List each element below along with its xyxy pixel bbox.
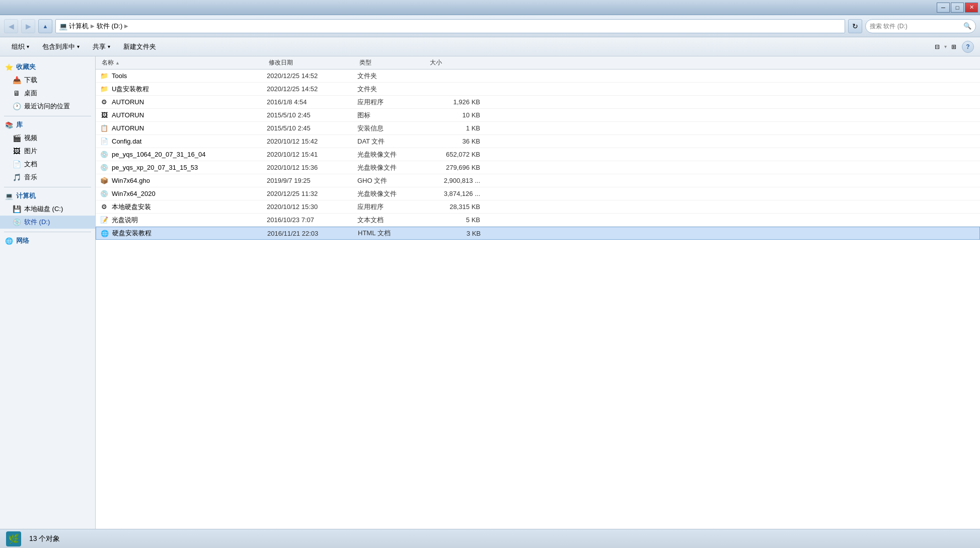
sidebar-item-d-drive[interactable]: 💿 软件 (D:) xyxy=(0,216,95,229)
sidebar-item-recent[interactable]: 🕐 最近访问的位置 xyxy=(0,100,95,113)
network-header[interactable]: 🌐 网络 xyxy=(0,234,95,247)
table-row[interactable]: 📁 Tools 2020/12/25 14:52 文件夹 xyxy=(96,70,980,83)
file-name-cell: 📋 AUTORUN xyxy=(96,124,267,133)
close-button[interactable]: ✕ xyxy=(965,3,978,13)
desktop-icon: 🖥 xyxy=(12,89,21,98)
table-row[interactable]: 📦 Win7x64.gho 2019/9/7 19:25 GHO 文件 2,90… xyxy=(96,174,980,187)
table-row[interactable]: 💿 pe_yqs_xp_20_07_31_15_53 2020/10/12 15… xyxy=(96,161,980,174)
file-date-cell: 2020/12/25 14:52 xyxy=(267,85,357,93)
file-size-cell: 36 KB xyxy=(428,138,488,145)
share-button[interactable]: 共享 ▾ xyxy=(87,40,116,54)
status-bar: 🌿 13 个对象 xyxy=(0,529,980,548)
help-button[interactable]: ? xyxy=(962,41,974,53)
col-header-size[interactable]: 大小 xyxy=(430,58,490,67)
sidebar-item-desktop[interactable]: 🖥 桌面 xyxy=(0,87,95,100)
html-icon: 🌐 xyxy=(100,229,109,238)
table-row[interactable]: ⚙ 本地硬盘安装 2020/10/12 15:30 应用程序 28,315 KB xyxy=(96,200,980,214)
img-icon: 🖼 xyxy=(100,111,109,120)
sidebar-item-music[interactable]: 🎵 音乐 xyxy=(0,171,95,184)
network-section: 🌐 网络 xyxy=(0,234,95,247)
table-row[interactable]: 📝 光盘说明 2016/10/23 7:07 文本文档 5 KB xyxy=(96,214,980,227)
network-icon: 🌐 xyxy=(5,237,13,245)
file-date-cell: 2020/10/12 15:36 xyxy=(267,164,357,171)
table-row[interactable]: 🖼 AUTORUN 2015/5/10 2:45 图标 10 KB xyxy=(96,109,980,122)
file-name-cell: 💿 pe_yqs_xp_20_07_31_15_53 xyxy=(96,163,267,172)
file-type-cell: HTML 文档 xyxy=(358,229,428,238)
breadcrumb-computer[interactable]: 💻 计算机 xyxy=(59,22,89,31)
table-row[interactable]: 🌐 硬盘安装教程 2016/11/21 22:03 HTML 文档 3 KB xyxy=(96,227,980,240)
table-row[interactable]: 💿 Win7x64_2020 2020/12/25 11:32 光盘映像文件 3… xyxy=(96,187,980,200)
file-date-cell: 2020/12/25 14:52 xyxy=(267,72,357,80)
file-size-cell: 10 KB xyxy=(428,111,488,119)
up-button[interactable]: ▲ xyxy=(38,19,52,33)
sidebar-item-c-drive[interactable]: 💾 本地磁盘 (C:) xyxy=(0,202,95,216)
share-dropdown-icon: ▾ xyxy=(108,44,110,49)
view-dropdown-icon: ▾ xyxy=(944,44,947,49)
table-row[interactable]: 📄 Config.dat 2020/10/12 15:42 DAT 文件 36 … xyxy=(96,135,980,148)
col-header-name[interactable]: 名称 ▲ xyxy=(98,58,269,67)
computer-header[interactable]: 💻 计算机 xyxy=(0,189,95,202)
music-icon: 🎵 xyxy=(12,173,21,182)
inf-icon: 📋 xyxy=(100,124,109,133)
sidebar-item-download[interactable]: 📥 下载 xyxy=(0,74,95,87)
pictures-icon: 🖼 xyxy=(12,147,21,156)
search-bar: 🔍 xyxy=(865,19,976,33)
status-count: 13 个对象 xyxy=(29,534,60,543)
video-icon: 🎬 xyxy=(12,133,21,143)
minimize-button[interactable]: ─ xyxy=(937,3,950,13)
file-name: 本地硬盘安装 xyxy=(112,202,151,212)
file-name: Config.dat xyxy=(112,138,141,145)
view-controls: ⊟ ▾ ⊞ xyxy=(931,41,960,53)
include-library-button[interactable]: 包含到库中 ▾ xyxy=(37,40,85,54)
favorites-header[interactable]: ⭐ 收藏夹 xyxy=(0,60,95,74)
refresh-button[interactable]: ↻ xyxy=(848,19,862,33)
file-name: 硬盘安装教程 xyxy=(112,229,152,238)
sidebar-item-documents[interactable]: 📄 文档 xyxy=(0,158,95,171)
file-name-cell: 🌐 硬盘安装教程 xyxy=(96,229,267,238)
file-name: AUTORUN xyxy=(112,124,144,132)
file-date-cell: 2020/10/12 15:41 xyxy=(267,151,357,158)
maximize-button[interactable]: □ xyxy=(951,3,964,13)
file-name: 光盘说明 xyxy=(112,216,138,225)
table-row[interactable]: 💿 pe_yqs_1064_20_07_31_16_04 2020/10/12 … xyxy=(96,148,980,161)
file-name-cell: ⚙ AUTORUN xyxy=(96,98,267,107)
file-name-cell: ⚙ 本地硬盘安装 xyxy=(96,202,267,212)
file-name-cell: 🖼 AUTORUN xyxy=(96,111,267,120)
forward-button[interactable]: ▶ xyxy=(21,19,35,33)
breadcrumb-drive[interactable]: 软件 (D:) xyxy=(97,22,122,31)
col-header-date[interactable]: 修改日期 xyxy=(269,58,359,67)
window-controls: ─ □ ✕ xyxy=(937,3,978,13)
library-section: 📚 库 🎬 视频 🖼 图片 📄 文档 🎵 音乐 xyxy=(0,118,95,184)
file-size-cell: 1 KB xyxy=(428,124,488,132)
iso-icon: 💿 xyxy=(100,150,109,159)
download-icon: 📥 xyxy=(12,76,21,85)
file-name: pe_yqs_xp_20_07_31_15_53 xyxy=(112,164,198,171)
file-size-cell: 3,874,126 ... xyxy=(428,190,488,197)
search-input[interactable] xyxy=(870,23,960,30)
file-date-cell: 2015/5/10 2:45 xyxy=(267,124,357,132)
back-button[interactable]: ◀ xyxy=(4,19,18,33)
table-row[interactable]: 📋 AUTORUN 2015/5/10 2:45 安装信息 1 KB xyxy=(96,122,980,135)
file-date-cell: 2016/11/21 22:03 xyxy=(267,230,358,237)
file-size-cell: 652,072 KB xyxy=(428,151,488,158)
col-header-type[interactable]: 类型 xyxy=(359,58,430,67)
app-blue-icon: ⚙ xyxy=(100,98,109,107)
include-dropdown-icon: ▾ xyxy=(77,44,80,49)
view-mode-button[interactable]: ⊟ xyxy=(931,41,943,53)
preview-button[interactable]: ⊞ xyxy=(948,41,960,53)
sidebar-item-pictures[interactable]: 🖼 图片 xyxy=(0,145,95,158)
new-folder-button[interactable]: 新建文件夹 xyxy=(118,40,162,54)
file-name-cell: 📝 光盘说明 xyxy=(96,216,267,225)
library-header[interactable]: 📚 库 xyxy=(0,118,95,131)
file-name: Win7x64_2020 xyxy=(112,190,156,197)
folder-icon: 📁 xyxy=(100,72,109,81)
main-layout: ⭐ 收藏夹 📥 下载 🖥 桌面 🕐 最近访问的位置 📚 库 xyxy=(0,56,980,529)
table-row[interactable]: 📁 U盘安装教程 2020/12/25 14:52 文件夹 xyxy=(96,83,980,96)
file-type-cell: 图标 xyxy=(357,111,428,120)
table-row[interactable]: ⚙ AUTORUN 2016/1/8 4:54 应用程序 1,926 KB xyxy=(96,96,980,109)
computer-section: 💻 计算机 💾 本地磁盘 (C:) 💿 软件 (D:) xyxy=(0,189,95,229)
organize-button[interactable]: 组织 ▾ xyxy=(6,40,35,54)
gho-icon: 📦 xyxy=(100,176,109,185)
divider-2 xyxy=(4,187,91,187)
sidebar-item-video[interactable]: 🎬 视频 xyxy=(0,131,95,145)
